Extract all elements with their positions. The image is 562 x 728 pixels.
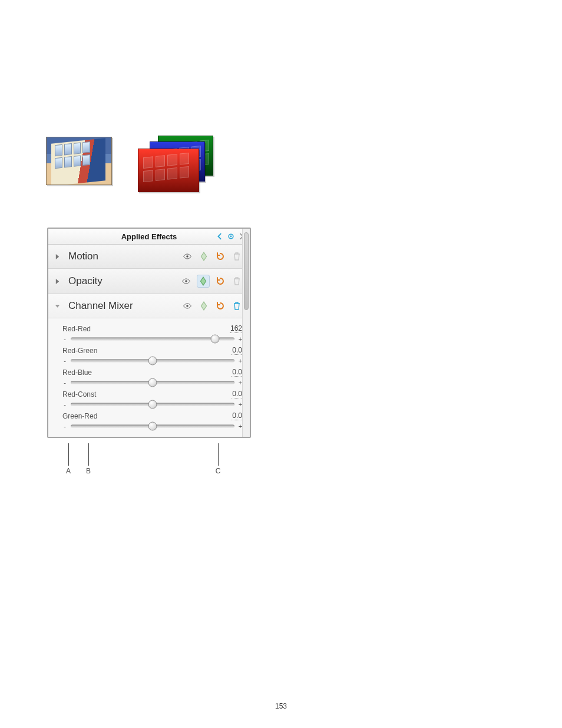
svg-point-1 — [230, 236, 232, 238]
svg-point-3 — [185, 280, 187, 282]
panel-keyframe-nav-icon[interactable] — [227, 233, 234, 240]
slider-label: Red-Blue — [62, 368, 92, 377]
slider-minus-button[interactable]: - — [62, 335, 67, 342]
figure-callouts: A B C — [47, 443, 251, 476]
keyframe-icon[interactable] — [197, 275, 210, 288]
eye-icon[interactable] — [180, 275, 192, 287]
slider-value[interactable]: 0.0 — [232, 368, 243, 377]
slider-label: Red-Const — [62, 390, 96, 398]
trash-icon — [231, 251, 243, 262]
panel-nav-prev-icon[interactable] — [217, 233, 224, 240]
effect-name: Opacity — [68, 275, 172, 287]
slider-minus-button[interactable]: - — [62, 379, 67, 386]
keyframe-icon[interactable] — [198, 300, 210, 312]
reset-icon[interactable] — [214, 275, 226, 287]
trash-icon[interactable] — [231, 300, 243, 312]
callout-b: B — [86, 467, 91, 475]
eye-icon[interactable] — [181, 300, 193, 312]
original-image-thumbnail — [46, 137, 112, 185]
disclosure-icon[interactable] — [54, 278, 60, 285]
slider-label: Green-Red — [62, 412, 97, 420]
slider-minus-button[interactable]: - — [62, 401, 67, 408]
slider-track[interactable] — [71, 401, 234, 408]
reset-icon[interactable] — [214, 300, 226, 312]
disclosure-icon[interactable] — [54, 303, 60, 309]
slider-track[interactable] — [71, 423, 234, 430]
panel-scrollbar[interactable] — [242, 229, 250, 437]
reset-icon[interactable] — [214, 251, 226, 262]
slider-value[interactable]: 0.0 — [232, 390, 243, 398]
slider-row-red_green: Red-Green0.0-+ — [62, 344, 243, 365]
page-number: 153 — [0, 702, 562, 710]
effect-name: Channel Mixer — [68, 300, 173, 312]
channel-thumbnail-red — [138, 149, 199, 192]
example-thumbnails — [46, 136, 181, 189]
slider-value[interactable]: 162 — [230, 324, 243, 333]
disclosure-icon[interactable] — [54, 253, 60, 260]
callout-a: A — [66, 467, 71, 475]
slider-row-red_red: Red-Red162-+ — [62, 322, 243, 344]
effect-row-opacity[interactable]: Opacity — [48, 269, 250, 294]
svg-point-4 — [186, 305, 189, 307]
eye-icon[interactable] — [181, 251, 193, 262]
slider-track[interactable] — [71, 379, 234, 386]
slider-value[interactable]: 0.0 — [232, 346, 243, 355]
slider-row-red_const: Red-Const0.0-+ — [62, 387, 243, 409]
slider-track[interactable] — [71, 357, 234, 364]
slider-row-green_red: Green-Red0.0-+ — [62, 409, 243, 431]
slider-value[interactable]: 0.0 — [232, 411, 243, 420]
channel-mixer-sliders: Red-Red162-+Red-Green0.0-+Red-Blue0.0-+R… — [48, 318, 250, 437]
effect-row-channel-mixer[interactable]: Channel Mixer — [48, 294, 250, 318]
slider-label: Red-Green — [62, 347, 97, 355]
svg-point-2 — [186, 255, 189, 258]
trash-icon — [231, 275, 243, 287]
slider-row-red_blue: Red-Blue0.0-+ — [62, 365, 243, 387]
effect-name: Motion — [68, 251, 173, 262]
slider-minus-button[interactable]: - — [62, 357, 67, 364]
slider-label: Red-Red — [62, 325, 91, 333]
keyframe-icon[interactable] — [198, 251, 210, 262]
panel-header: Applied Effects — [48, 229, 250, 245]
panel-title: Applied Effects — [121, 232, 177, 241]
effect-row-motion[interactable]: Motion — [48, 245, 250, 269]
slider-minus-button[interactable]: - — [62, 423, 67, 430]
callout-c: C — [216, 467, 221, 475]
slider-track[interactable] — [71, 335, 234, 342]
applied-effects-panel: Applied Effects Motion — [47, 228, 251, 438]
